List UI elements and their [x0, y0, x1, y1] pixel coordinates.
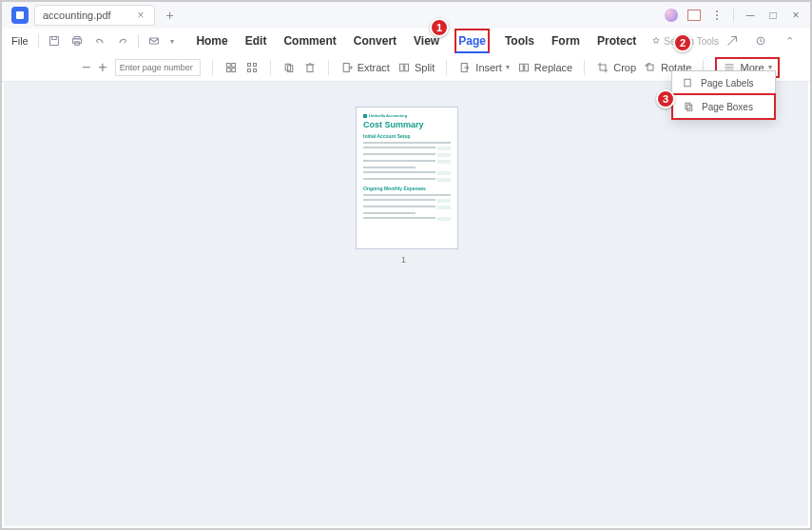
print-icon[interactable]	[68, 31, 87, 50]
tab-form[interactable]: Form	[550, 30, 582, 51]
svg-rect-0	[16, 11, 24, 19]
brand-label: Umbrella Accounting	[369, 113, 407, 118]
split-label: Split	[415, 62, 435, 73]
new-tab-button[interactable]: +	[161, 8, 180, 23]
close-tab-icon[interactable]: ×	[138, 9, 145, 22]
tab-comment[interactable]: Comment	[281, 30, 338, 51]
thumbnail-content	[363, 160, 451, 164]
page-boxes-label: Page Boxes	[702, 102, 753, 112]
titlebar: accounting.pdf × + ─ □ ×	[2, 2, 810, 29]
minimize-button[interactable]: ─	[744, 9, 757, 22]
chevron-down-icon: ▾	[506, 63, 510, 71]
separator	[584, 60, 585, 75]
svg-rect-3	[72, 39, 81, 44]
window-controls: ─ □ ×	[665, 9, 806, 22]
svg-rect-24	[648, 65, 653, 70]
avatar-icon[interactable]	[665, 9, 678, 22]
separator	[328, 60, 329, 75]
insert-icon	[458, 61, 472, 74]
svg-rect-17	[307, 65, 313, 72]
svg-rect-19	[399, 64, 403, 71]
undo-icon[interactable]	[90, 31, 109, 50]
separator	[270, 60, 271, 75]
maximize-button[interactable]: □	[766, 9, 780, 22]
separator	[733, 9, 734, 22]
document-tab[interactable]: accounting.pdf ×	[34, 5, 155, 26]
split-button[interactable]: Split	[397, 61, 435, 74]
svg-rect-9	[226, 68, 230, 71]
page-thumbnail[interactable]: Umbrella Accounting Cost Summary Initial…	[356, 107, 458, 249]
separator	[212, 60, 213, 75]
tab-protect[interactable]: Protect	[595, 30, 638, 51]
crop-label: Crop	[613, 62, 636, 73]
svg-rect-12	[253, 63, 256, 66]
tab-convert[interactable]: Convert	[352, 30, 398, 51]
close-window-button[interactable]: ×	[789, 9, 802, 22]
svg-rect-7	[226, 63, 230, 67]
svg-rect-26	[686, 103, 690, 108]
separator	[138, 34, 139, 48]
redo-icon[interactable]	[113, 31, 132, 50]
annotation-step-2: 2	[673, 33, 692, 52]
menu-item-page-boxes[interactable]: Page Boxes	[671, 93, 776, 120]
thumbnail-section-1: Initial Account Setup	[363, 133, 451, 139]
copy-icon[interactable]	[282, 61, 296, 74]
annotation-step-1: 1	[430, 18, 449, 37]
page-number-input[interactable]	[115, 59, 201, 76]
extract-icon	[340, 61, 354, 74]
brand-badge: Umbrella Accounting	[363, 113, 451, 118]
split-icon	[397, 61, 411, 74]
app-icon	[11, 7, 29, 24]
crop-icon	[596, 61, 609, 74]
thumbnail-content	[363, 142, 451, 144]
expand-icon[interactable]: ⌃	[780, 31, 799, 50]
save-icon[interactable]	[45, 31, 64, 50]
send-icon[interactable]	[723, 31, 742, 50]
brand-mark-icon	[363, 114, 367, 118]
thumbnail-content	[363, 199, 451, 203]
svg-rect-20	[405, 64, 409, 71]
page-boxes-icon	[683, 101, 694, 112]
svg-rect-18	[343, 63, 349, 71]
separator	[446, 60, 447, 75]
crop-button[interactable]: Crop	[596, 61, 636, 74]
menu-item-page-labels[interactable]: Page Labels	[672, 71, 775, 94]
svg-rect-5	[149, 38, 158, 44]
delete-page-icon[interactable]	[303, 61, 317, 74]
thumbnail-title: Cost Summary	[363, 120, 451, 129]
extract-label: Extract	[358, 62, 390, 73]
thumbnail-content	[363, 147, 451, 150]
svg-rect-25	[685, 79, 690, 87]
grid-small-icon[interactable]	[224, 61, 238, 74]
grid-large-icon[interactable]	[245, 61, 259, 74]
thumbnail-content	[363, 167, 416, 168]
extension-icon[interactable]	[687, 10, 701, 21]
zoom-in-button[interactable]: +	[98, 59, 106, 76]
mail-icon[interactable]	[145, 31, 164, 50]
tab-label: accounting.pdf	[43, 10, 111, 21]
replace-button[interactable]: Replace	[517, 61, 572, 74]
tab-edit[interactable]: Edit	[243, 30, 269, 51]
page-labels-icon	[682, 77, 693, 88]
tab-page[interactable]: Page	[454, 29, 490, 53]
zoom-out-button[interactable]: −	[82, 59, 90, 76]
svg-rect-14	[253, 69, 256, 71]
kebab-menu-icon[interactable]	[710, 10, 724, 20]
thumbnail-content	[363, 217, 451, 221]
main-tabs: Home Edit Comment Convert View Page Tool…	[194, 29, 638, 53]
annotation-step-3: 3	[656, 89, 675, 108]
extract-button[interactable]: Extract	[340, 61, 390, 74]
file-menu[interactable]: File	[8, 35, 32, 47]
svg-rect-8	[231, 63, 235, 67]
thumbnail-content	[363, 206, 451, 209]
insert-button[interactable]: Insert ▾	[458, 61, 510, 74]
page-number-label: 1	[401, 255, 406, 265]
rotate-icon	[644, 61, 657, 74]
replace-icon	[517, 61, 531, 74]
tab-tools[interactable]: Tools	[503, 30, 536, 51]
tab-home[interactable]: Home	[194, 30, 229, 51]
mail-dropdown-icon[interactable]: ▾	[167, 31, 177, 50]
svg-rect-11	[247, 63, 250, 66]
svg-rect-22	[519, 64, 523, 71]
cloud-icon[interactable]	[751, 31, 770, 50]
